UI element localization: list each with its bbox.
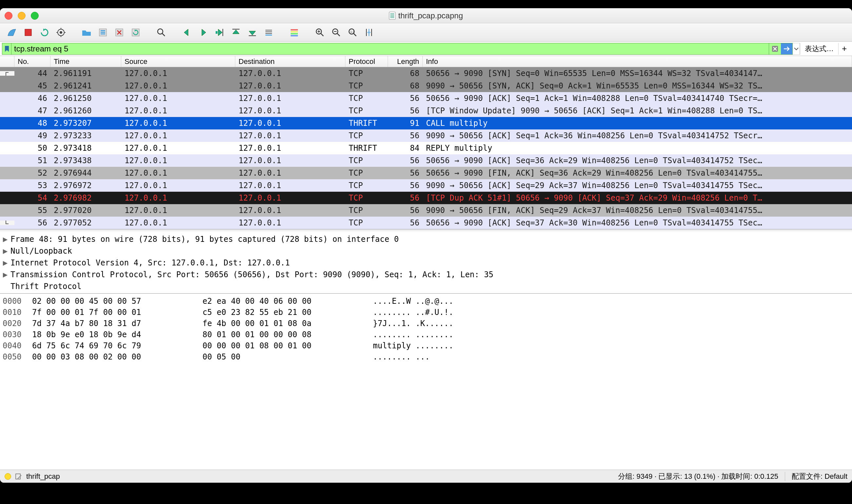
- column-destination[interactable]: Destination: [235, 56, 345, 67]
- filter-add-button[interactable]: +: [838, 43, 850, 55]
- resize-columns-button[interactable]: [362, 26, 376, 39]
- packet-row[interactable]: 472.961260127.0.0.1127.0.0.1TCP56[TCP Wi…: [0, 105, 852, 117]
- packet-row[interactable]: 562.977052127.0.0.1127.0.0.1TCP5650656 →…: [0, 217, 852, 229]
- packet-row[interactable]: 522.976944127.0.0.1127.0.0.1TCP5650656 →…: [0, 167, 852, 179]
- svg-line-35: [354, 33, 356, 36]
- column-length[interactable]: Length: [388, 56, 423, 67]
- svg-rect-8: [101, 30, 105, 31]
- svg-line-32: [337, 33, 340, 36]
- column-protocol[interactable]: Protocol: [345, 56, 388, 67]
- hex-row[interactable]: 00406d 75 6c 74 69 70 6c 7900 00 00 01 0…: [3, 340, 849, 351]
- svg-rect-10: [101, 33, 105, 34]
- packet-row[interactable]: 442.961191127.0.0.1127.0.0.1TCP6850656 →…: [0, 67, 852, 79]
- main-toolbar: 1:1: [0, 23, 852, 42]
- window-title: thrift_pcap.pcapng: [0, 11, 852, 20]
- close-file-button[interactable]: [112, 26, 126, 39]
- packet-list-pane: No. Time Source Destination Protocol Len…: [0, 56, 852, 229]
- tree-item[interactable]: ▶Transmission Control Protocol, Src Port…: [3, 269, 849, 281]
- svg-rect-15: [216, 31, 218, 34]
- goto-last-button[interactable]: [245, 26, 259, 39]
- colorize-button[interactable]: [287, 26, 302, 39]
- packet-row[interactable]: 462.961250127.0.0.1127.0.0.1TCP5650656 →…: [0, 92, 852, 105]
- goto-packet-button[interactable]: [212, 26, 227, 39]
- tree-item[interactable]: Thrift Protocol: [3, 281, 849, 292]
- window-title-text: thrift_pcap.pcapng: [398, 11, 463, 20]
- hex-row[interactable]: 00207d 37 4a b7 80 18 31 d7fe 4b 00 00 0…: [3, 318, 849, 329]
- zoom-reset-button[interactable]: 1:1: [345, 26, 360, 39]
- packet-details-pane[interactable]: ▶Frame 48: 91 bytes on wire (728 bits), …: [0, 229, 852, 294]
- packet-bytes-pane[interactable]: 000002 00 00 00 45 00 00 57e2 ea 40 00 4…: [0, 294, 852, 470]
- packet-row[interactable]: 502.973418127.0.0.1127.0.0.1THRIFT84REPL…: [0, 142, 852, 154]
- packet-row[interactable]: 482.973207127.0.0.1127.0.0.1THRIFT91CALL…: [0, 117, 852, 129]
- svg-point-2: [60, 31, 62, 34]
- hex-row[interactable]: 00107f 00 00 01 7f 00 00 01c5 e0 23 82 5…: [3, 307, 849, 318]
- shark-fin-icon[interactable]: [5, 26, 19, 39]
- column-no[interactable]: No.: [14, 56, 51, 67]
- edit-comment-icon[interactable]: [15, 473, 22, 480]
- column-time[interactable]: Time: [51, 56, 121, 67]
- save-file-button[interactable]: [96, 26, 110, 39]
- zoom-in-button[interactable]: [313, 26, 327, 39]
- reload-file-button[interactable]: [128, 26, 143, 39]
- svg-line-14: [162, 33, 165, 36]
- packet-row[interactable]: 512.973438127.0.0.1127.0.0.1TCP5650656 →…: [0, 154, 852, 167]
- display-filter-input[interactable]: [11, 43, 769, 55]
- document-icon: [389, 12, 396, 20]
- packet-row[interactable]: 542.976982127.0.0.1127.0.0.1TCP56[TCP Du…: [0, 192, 852, 204]
- svg-rect-26: [291, 35, 298, 36]
- open-file-button[interactable]: [79, 26, 94, 39]
- filter-apply-button[interactable]: [781, 43, 793, 55]
- hex-row[interactable]: 000002 00 00 00 45 00 00 57e2 ea 40 00 4…: [3, 295, 849, 307]
- hex-row[interactable]: 005000 00 03 08 00 02 00 0000 05 00.....…: [3, 351, 849, 362]
- svg-rect-23: [291, 29, 298, 31]
- filter-expression-button[interactable]: 表达式…: [800, 43, 838, 55]
- column-info[interactable]: Info: [423, 56, 852, 67]
- svg-point-13: [158, 29, 163, 34]
- auto-scroll-button[interactable]: [261, 26, 276, 39]
- tree-item[interactable]: ▶Null/Loopback: [3, 245, 849, 257]
- packet-row[interactable]: 552.977020127.0.0.1127.0.0.1TCP569090 → …: [0, 204, 852, 217]
- packet-list-header[interactable]: No. Time Source Destination Protocol Len…: [0, 56, 852, 67]
- svg-rect-9: [101, 32, 105, 33]
- packet-row[interactable]: 492.973233127.0.0.1127.0.0.1TCP569090 → …: [0, 129, 852, 142]
- goto-first-button[interactable]: [229, 26, 243, 39]
- status-profile[interactable]: 配置文件: Default: [792, 471, 847, 481]
- status-bar: thrift_pcap 分组: 9349 · 已显示: 13 (0.1%) · …: [0, 470, 852, 483]
- stop-capture-button[interactable]: [21, 26, 35, 39]
- status-packets: 分组: 9349 · 已显示: 13 (0.1%) · 加载时间: 0:0.12…: [618, 471, 778, 481]
- svg-rect-25: [291, 33, 298, 34]
- go-back-button[interactable]: [180, 26, 194, 39]
- svg-rect-0: [25, 29, 32, 36]
- packet-row[interactable]: 452.961241127.0.0.1127.0.0.1TCP689090 → …: [0, 79, 852, 92]
- filter-clear-button[interactable]: [769, 43, 781, 55]
- svg-line-28: [321, 33, 323, 36]
- column-source[interactable]: Source: [121, 56, 235, 67]
- tree-item[interactable]: ▶Internet Protocol Version 4, Src: 127.0…: [3, 257, 849, 269]
- svg-rect-24: [291, 31, 298, 33]
- hex-row[interactable]: 003018 0b 9e e0 18 0b 9e d480 01 00 01 0…: [3, 329, 849, 340]
- titlebar: thrift_pcap.pcapng: [0, 8, 852, 23]
- find-packet-button[interactable]: [154, 26, 168, 39]
- zoom-out-button[interactable]: [329, 26, 343, 39]
- tree-item[interactable]: ▶Frame 48: 91 bytes on wire (728 bits), …: [3, 233, 849, 245]
- packet-row[interactable]: 532.976972127.0.0.1127.0.0.1TCP569090 → …: [0, 179, 852, 192]
- status-file: thrift_pcap: [26, 472, 60, 481]
- go-forward-button[interactable]: [196, 26, 211, 39]
- filter-history-button[interactable]: [793, 43, 800, 55]
- capture-options-button[interactable]: [54, 26, 68, 39]
- svg-text:1:1: 1:1: [350, 30, 355, 33]
- restart-capture-button[interactable]: [37, 26, 52, 39]
- filter-bookmark-button[interactable]: [2, 43, 11, 55]
- filter-bar: 表达式… +: [0, 42, 852, 56]
- app-window: thrift_pcap.pcapng: [0, 8, 852, 483]
- expert-info-led-icon[interactable]: [5, 473, 11, 480]
